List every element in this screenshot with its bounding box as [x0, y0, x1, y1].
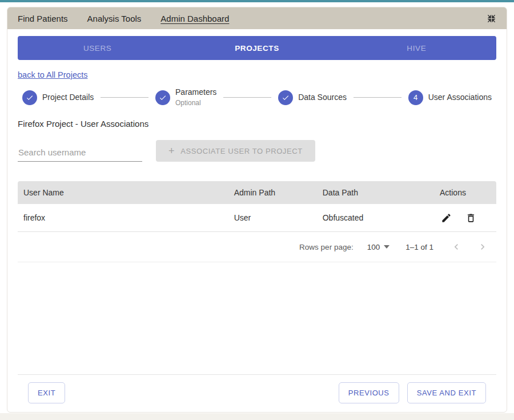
stepper-connector: [354, 97, 401, 98]
nav-item-analysis-tools[interactable]: Analysis Tools: [87, 14, 142, 23]
exit-button[interactable]: EXIT: [28, 382, 65, 403]
previous-page-button[interactable]: [449, 240, 463, 254]
cell-admin-path: User: [228, 204, 317, 231]
delete-button[interactable]: [464, 211, 477, 225]
chevron-down-icon: [384, 245, 389, 249]
step-label: User Associations: [428, 93, 492, 103]
col-header-actions: Actions: [434, 181, 496, 204]
step-data-sources[interactable]: Data Sources: [278, 90, 347, 105]
stepper-connector: [223, 97, 271, 98]
edit-button[interactable]: [440, 211, 453, 225]
step-caption: Optional: [175, 99, 201, 107]
chevron-right-icon: [477, 241, 488, 253]
check-icon: [278, 90, 293, 105]
step-parameters[interactable]: Parameters Optional: [155, 87, 216, 107]
check-icon: [22, 90, 37, 105]
rows-per-page: Rows per page: 100: [299, 243, 389, 251]
save-and-exit-button[interactable]: SAVE AND EXIT: [407, 382, 486, 403]
associate-user-button-label: ASSOCIATE USER TO PROJECT: [180, 147, 303, 155]
cell-data-path: Obfuscated: [317, 204, 434, 231]
pager-controls: [449, 240, 489, 254]
section-tabs: USERS PROJECTS HIVE: [18, 36, 496, 60]
back-to-all-projects-link[interactable]: back to All Projects: [18, 70, 88, 79]
trash-icon: [465, 213, 476, 223]
associate-user-button[interactable]: + ASSOCIATE USER TO PROJECT: [156, 140, 315, 162]
col-header-user-name: User Name: [18, 181, 228, 204]
page-title: Firefox Project - User Associations: [18, 119, 496, 129]
pencil-icon: [441, 213, 452, 223]
wizard-stepper: Project Details Parameters Optional Data…: [22, 87, 492, 107]
wizard-footer: EXIT PREVIOUS SAVE AND EXIT: [18, 374, 496, 412]
bottom-band: [0, 413, 514, 420]
cell-actions: [434, 206, 496, 230]
rows-per-page-label: Rows per page:: [299, 243, 354, 251]
content-area: USERS PROJECTS HIVE back to All Projects…: [7, 29, 507, 412]
stepper-connector: [101, 97, 148, 98]
associate-row: + ASSOCIATE USER TO PROJECT: [18, 140, 496, 162]
step-label: Parameters Optional: [175, 87, 216, 107]
step-label: Project Details: [42, 93, 94, 103]
plus-icon: +: [168, 146, 175, 156]
footer-right-group: PREVIOUS SAVE AND EXIT: [339, 382, 486, 403]
step-project-details[interactable]: Project Details: [22, 90, 94, 105]
tab-users[interactable]: USERS: [18, 36, 177, 60]
step-number-badge: 4: [408, 90, 423, 105]
check-icon: [155, 90, 170, 105]
table-row: firefox User Obfuscated: [18, 204, 496, 232]
step-label: Data Sources: [298, 93, 347, 103]
cell-user-name: firefox: [18, 204, 228, 231]
pagination-range: 1–1 of 1: [405, 243, 433, 251]
user-associations-table: User Name Admin Path Data Path Actions f…: [18, 181, 496, 262]
col-header-admin-path: Admin Path: [228, 181, 317, 204]
tab-projects[interactable]: PROJECTS: [177, 36, 336, 60]
table-pagination: Rows per page: 100 1–1 of 1: [18, 232, 496, 262]
main-card: Find Patients Analysis Tools Admin Dashb…: [7, 7, 507, 413]
col-header-data-path: Data Path: [317, 181, 434, 204]
table-header: User Name Admin Path Data Path Actions: [18, 181, 496, 204]
tab-hive[interactable]: HIVE: [337, 36, 496, 60]
chevron-left-icon: [451, 241, 462, 253]
rows-per-page-select[interactable]: 100: [367, 243, 390, 251]
nav-item-admin-dashboard[interactable]: Admin Dashboard: [160, 14, 229, 23]
next-page-button[interactable]: [476, 240, 489, 254]
top-accent-strip: [0, 0, 514, 2]
app-nav-bar: Find Patients Analysis Tools Admin Dashb…: [7, 7, 507, 29]
step-user-associations[interactable]: 4 User Associations: [408, 90, 492, 105]
nav-item-find-patients[interactable]: Find Patients: [18, 14, 68, 23]
previous-button[interactable]: PREVIOUS: [339, 382, 399, 403]
search-username-input[interactable]: [18, 143, 142, 162]
compress-icon[interactable]: [487, 14, 496, 23]
